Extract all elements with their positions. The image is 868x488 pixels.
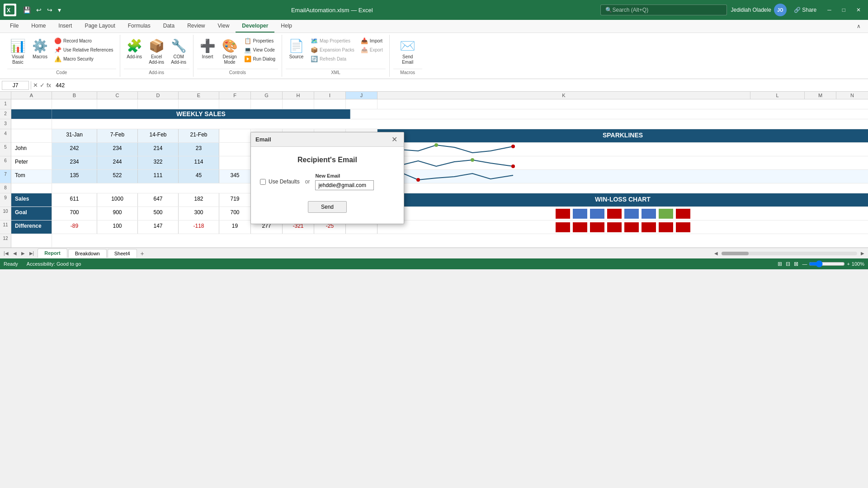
send-email-ribbon-button[interactable]: ✉️ SendEmail (397, 37, 418, 67)
maximize-button[interactable]: □ (839, 5, 849, 15)
col-header-K[interactable]: K (377, 92, 750, 99)
redo-button[interactable]: ↪ (45, 5, 55, 15)
tab-formulas[interactable]: Formulas (122, 20, 157, 33)
cell-F6[interactable] (219, 156, 251, 169)
cell-F5[interactable] (219, 143, 251, 156)
scroll-left-button[interactable]: ◀ (712, 250, 720, 257)
record-macro-button[interactable]: 🔴 Record Macro (52, 37, 116, 45)
cell-I1[interactable] (314, 99, 346, 109)
cell-F4[interactable] (219, 129, 251, 142)
visual-basic-button[interactable]: 📊 VisualBasic (7, 37, 28, 67)
cell-C4[interactable]: 7-Feb (97, 129, 138, 142)
tab-file[interactable]: File (4, 20, 25, 33)
cell-D4[interactable]: 14-Feb (138, 129, 179, 142)
cell-D7[interactable]: 111 (138, 170, 179, 183)
cell-win-loss-header[interactable]: WIN-LOSS CHART (377, 193, 868, 206)
expansion-packs-button[interactable]: 📦 Expansion Packs (308, 46, 357, 54)
search-bar[interactable]: 🔍 (600, 5, 727, 15)
cell-D9[interactable]: 647 (138, 193, 179, 206)
run-dialog-button[interactable]: ▶️ Run Dialog (241, 55, 278, 63)
normal-view-button[interactable]: ⊞ (778, 261, 782, 267)
import-button[interactable]: 📥 Import (358, 37, 386, 45)
save-button[interactable]: 💾 (21, 5, 33, 15)
cell-D6[interactable]: 322 (138, 156, 179, 169)
tab-review[interactable]: Review (181, 20, 211, 33)
cell-E5[interactable]: 23 (179, 143, 219, 156)
col-header-J[interactable]: J (346, 92, 377, 99)
cell-A7-tom[interactable]: Tom (11, 170, 52, 183)
cell-A8[interactable] (11, 183, 52, 193)
cell-B5[interactable]: 242 (52, 143, 97, 156)
close-button[interactable]: ✕ (853, 5, 864, 15)
map-properties-button[interactable]: 🗺️ Map Properties (308, 37, 357, 45)
undo-button[interactable]: ↩ (34, 5, 44, 15)
collapse-ribbon-button[interactable]: ∧ (853, 21, 864, 31)
col-header-H[interactable]: H (283, 92, 314, 99)
cell-E9[interactable]: 182 (179, 193, 219, 206)
col-header-A[interactable]: A (11, 92, 52, 99)
col-header-B[interactable]: B (52, 92, 97, 99)
cell-A10-goal[interactable]: Goal (11, 207, 52, 220)
excel-addins-button[interactable]: 📦 ExcelAdd-ins (146, 37, 167, 67)
cell-B2-title[interactable]: WEEKLY SALES (52, 109, 350, 119)
properties-button[interactable]: 📋 Properties (241, 37, 278, 45)
zoom-slider[interactable] (809, 260, 845, 267)
sheet-nav-first[interactable]: |◀ (2, 250, 10, 257)
cell-B7[interactable]: 135 (52, 170, 97, 183)
cell-F9[interactable]: 719 (219, 193, 251, 206)
macros-button[interactable]: ⚙️ Macros (29, 37, 51, 61)
source-button[interactable]: 📄 Source (286, 37, 307, 61)
view-code-button[interactable]: 💻 View Code (241, 46, 278, 54)
use-relative-refs-button[interactable]: 📌 Use Relative References (52, 46, 116, 54)
cell-A4[interactable] (11, 129, 52, 142)
cell-C11[interactable]: 100 (97, 221, 138, 234)
cell-A11-diff[interactable]: Difference (11, 221, 52, 234)
cell-C5[interactable]: 234 (97, 143, 138, 156)
col-header-C[interactable]: C (97, 92, 138, 99)
send-button[interactable]: Send (308, 201, 347, 213)
scroll-bar[interactable] (722, 252, 857, 255)
page-layout-view-button[interactable]: ⊟ (786, 261, 790, 267)
use-defaults-label[interactable]: Use Defaults (260, 178, 300, 185)
tab-insert[interactable]: Insert (52, 20, 78, 33)
cell-F7[interactable]: 345 (219, 170, 251, 183)
cell-D11[interactable]: 147 (138, 221, 179, 234)
cell-B4[interactable]: 31-Jan (52, 129, 97, 142)
cell-A9-sales[interactable]: Sales (11, 193, 52, 206)
confirm-formula-icon[interactable]: ✓ (40, 82, 45, 89)
refresh-data-button[interactable]: 🔄 Refresh Data (308, 55, 357, 63)
cell-A2[interactable] (11, 109, 52, 119)
add-sheet-button[interactable]: + (138, 249, 147, 258)
customize-qa-button[interactable]: ▾ (56, 5, 63, 15)
cell-rest-8[interactable] (52, 183, 868, 193)
col-header-E[interactable]: E (179, 92, 219, 99)
macro-security-button[interactable]: ⚠️ Macro Security (52, 55, 116, 63)
sheet-tab-sheet4[interactable]: Sheet4 (108, 249, 137, 258)
cell-B6[interactable]: 234 (52, 156, 97, 169)
com-addins-button[interactable]: 🔧 COMAdd-ins (168, 37, 189, 67)
sheet-tab-breakdown[interactable]: Breakdown (68, 249, 107, 258)
cancel-formula-icon[interactable]: ✕ (33, 82, 38, 89)
cell-F1[interactable] (219, 99, 251, 109)
cell-E4[interactable]: 21-Feb (179, 129, 219, 142)
tab-home[interactable]: Home (25, 20, 52, 33)
cell-A3[interactable] (11, 119, 52, 129)
formula-input[interactable]: 442 (53, 81, 866, 89)
cell-E7[interactable]: 45 (179, 170, 219, 183)
cell-A5-john[interactable]: John (11, 143, 52, 156)
cell-C6[interactable]: 244 (97, 156, 138, 169)
col-header-F[interactable]: F (219, 92, 251, 99)
cell-C10[interactable]: 900 (97, 207, 138, 220)
cell-A6-peter[interactable]: Peter (11, 156, 52, 169)
sheet-tab-report[interactable]: Report (38, 249, 67, 258)
cell-C9[interactable]: 1000 (97, 193, 138, 206)
cell-D10[interactable]: 500 (138, 207, 179, 220)
cell-G1[interactable] (251, 99, 283, 109)
cell-rest-3[interactable] (52, 119, 868, 129)
cell-F11[interactable]: 19 (219, 221, 251, 234)
cell-reference-input[interactable] (2, 81, 29, 90)
scroll-right-button[interactable]: ▶ (859, 250, 866, 257)
cell-C7[interactable]: 522 (97, 170, 138, 183)
col-header-G[interactable]: G (251, 92, 283, 99)
tab-view[interactable]: View (212, 20, 236, 33)
